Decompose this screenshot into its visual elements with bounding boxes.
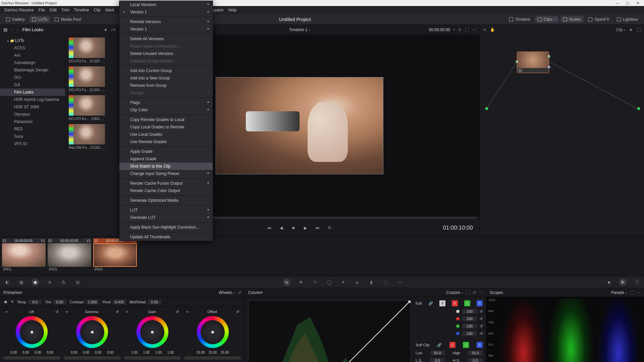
context-menu-item[interactable]: Version 1 bbox=[119, 8, 213, 16]
color-wheel[interactable] bbox=[137, 316, 168, 348]
wheel-value[interactable]: 0.00 bbox=[8, 351, 19, 354]
key-icon[interactable]: ⬚ bbox=[382, 279, 389, 286]
wheel-reset-icon[interactable]: ↺ bbox=[236, 310, 239, 314]
context-menu-item[interactable]: Delete All Versions bbox=[119, 35, 213, 43]
color-warper-icon[interactable]: ❋ bbox=[297, 279, 305, 286]
clip-thumbnail[interactable]: 0100:00:00:00V1JPEG bbox=[2, 238, 46, 272]
reset-b-icon[interactable]: ↺ bbox=[480, 331, 483, 336]
timeline-button[interactable]: Timeline bbox=[506, 16, 533, 23]
qualifier-icon[interactable]: ✎ bbox=[311, 279, 319, 286]
menu-timeline[interactable]: Timeline bbox=[71, 8, 91, 12]
context-menu-item[interactable]: Generate LUT bbox=[119, 214, 213, 221]
back-icon[interactable]: ‹ bbox=[11, 27, 13, 32]
lut-tree-item[interactable]: Olympus bbox=[0, 111, 65, 118]
wheel-picker-icon[interactable]: + bbox=[126, 310, 128, 314]
context-menu-item[interactable]: Render Cache Color Output bbox=[119, 187, 213, 194]
lut-tree-item[interactable]: Arri bbox=[0, 52, 65, 59]
context-menu-item[interactable]: Update All Thumbnails bbox=[119, 233, 213, 241]
intensity-b[interactable]: 100 bbox=[462, 331, 477, 336]
context-menu-item[interactable]: Clip Color bbox=[119, 106, 213, 114]
context-menu-item[interactable]: Delete Unused Versions bbox=[119, 50, 213, 57]
softclip-r[interactable]: R bbox=[449, 342, 455, 348]
wheel-value[interactable]: 0.00 bbox=[45, 351, 55, 354]
wheel-reset-icon[interactable]: ↺ bbox=[55, 310, 58, 314]
awb-icon[interactable]: ✎ bbox=[11, 300, 14, 304]
context-menu-item[interactable]: Generate Optimized Media bbox=[119, 197, 213, 204]
pivot-value[interactable]: 0.435 bbox=[113, 300, 126, 304]
sidebar-toggle-icon[interactable]: ▤ bbox=[3, 27, 7, 32]
lut-tree-item[interactable]: HDR Hybrid Log-Gamma bbox=[0, 96, 65, 103]
edit-channel-y[interactable]: Y bbox=[439, 300, 445, 306]
intensity-y[interactable]: 100 bbox=[462, 309, 477, 314]
lut-tree-root[interactable]: LUTs bbox=[0, 37, 65, 44]
lut-tree-item[interactable]: DJI bbox=[0, 81, 65, 88]
menu-help[interactable]: Help bbox=[226, 8, 239, 12]
menu-edit[interactable]: Edit bbox=[47, 8, 59, 12]
viewer-timecode-head[interactable]: 00:00:00:00 bbox=[429, 27, 450, 32]
intensity-r[interactable]: 100 bbox=[462, 316, 477, 321]
context-menu-item[interactable]: Copy Remote Grades to Local bbox=[119, 116, 213, 123]
sort-icon[interactable]: ↕≡ bbox=[111, 27, 115, 32]
play-button[interactable]: ▶ bbox=[303, 225, 309, 231]
options-icon[interactable]: ⋯ bbox=[472, 27, 476, 32]
curves-options-icon[interactable]: ⋯ bbox=[479, 290, 483, 295]
contrast-value[interactable]: 1.000 bbox=[86, 300, 99, 304]
hdr-icon[interactable]: ◔ bbox=[46, 279, 53, 286]
clip-thumbnail[interactable]: 0300:00:00:00V1JPEG bbox=[93, 238, 137, 272]
lut-thumbnail[interactable]: Rec709 Fu…513DI D55 bbox=[69, 124, 115, 149]
node-01[interactable]: 01 bbox=[517, 52, 549, 73]
menu-file[interactable]: File bbox=[36, 8, 47, 12]
camera-raw-icon[interactable]: ◧ bbox=[3, 279, 11, 286]
wheel-value[interactable]: 0.00 bbox=[93, 351, 104, 354]
hs-value[interactable]: 0.0 bbox=[468, 358, 483, 362]
forward-icon[interactable]: › bbox=[17, 27, 18, 32]
clip-thumbnail[interactable]: 0200:00:00:00V1JPEG bbox=[48, 238, 91, 272]
primaries-reset-icon[interactable]: ↺ bbox=[238, 290, 241, 295]
lut-tree-item[interactable]: Blackmagic Design bbox=[0, 66, 65, 74]
wheel-value[interactable]: 25.00 bbox=[195, 351, 206, 354]
color-wheels-icon[interactable]: ◉ bbox=[32, 279, 39, 286]
scopes-expand-icon[interactable]: ⛶ bbox=[630, 290, 634, 295]
context-menu-item[interactable]: Use Remote Grades bbox=[119, 138, 213, 145]
stop-button[interactable]: ■ bbox=[290, 225, 297, 231]
context-menu-item[interactable]: Change Input Sizing Preset bbox=[119, 170, 213, 177]
temp-value[interactable]: 0.0 bbox=[28, 300, 42, 304]
context-menu-item[interactable]: Remove from Group bbox=[119, 82, 213, 89]
gallery-button[interactable]: Gallery bbox=[3, 16, 28, 23]
context-menu-item[interactable]: Apply Grade bbox=[119, 148, 213, 155]
context-menu-item[interactable]: Copy Local Grades to Remote bbox=[119, 123, 213, 131]
reset-g-icon[interactable]: ↺ bbox=[480, 324, 483, 328]
color-wheel[interactable] bbox=[16, 316, 48, 348]
context-menu-item[interactable]: Version 1 bbox=[119, 25, 213, 33]
keyframes-icon[interactable]: ◆ bbox=[605, 279, 612, 286]
scopes-options-icon[interactable]: ⋯ bbox=[637, 290, 641, 295]
lut-thumbnail[interactable]: DCI-P3 Fu…513DI D55 bbox=[69, 38, 115, 63]
edit-channel-r[interactable]: R bbox=[452, 300, 458, 306]
context-menu-item[interactable]: Add into a New Group bbox=[119, 74, 213, 82]
curves-icon[interactable]: ∿ bbox=[283, 279, 290, 286]
lut-tree-item[interactable]: HDR ST 2084 bbox=[0, 103, 65, 111]
color-match-icon[interactable]: ▦ bbox=[17, 279, 25, 286]
lut-thumbnail[interactable]: DCI-P3 Ko… 2383 D60 bbox=[69, 95, 115, 121]
color-wheel[interactable] bbox=[76, 316, 108, 348]
wheel-picker-icon[interactable]: + bbox=[186, 310, 188, 314]
graph-input-node[interactable] bbox=[485, 107, 488, 110]
luts-button[interactable]: LUTs bbox=[30, 16, 50, 23]
sizing-icon[interactable]: ▭ bbox=[396, 279, 403, 286]
loop-icon[interactable]: ↻ bbox=[458, 27, 462, 32]
curves-mode[interactable]: Custom ▾ bbox=[446, 290, 463, 295]
node-mode[interactable]: Clip ▾ bbox=[616, 27, 625, 32]
master-jog[interactable] bbox=[184, 356, 241, 360]
menu-clip[interactable]: Clip bbox=[91, 8, 103, 12]
window-icon[interactable]: ◯ bbox=[325, 279, 333, 286]
lut-tree-item[interactable]: Film Looks bbox=[0, 88, 65, 96]
intensity-g[interactable]: 100 bbox=[462, 324, 477, 328]
expand-icon[interactable]: ⛶ bbox=[465, 27, 469, 32]
nodes-expand-icon[interactable]: ⛶ bbox=[637, 27, 641, 32]
openfx-button[interactable]: OpenFX bbox=[586, 16, 612, 23]
edit-channel-g[interactable]: G bbox=[464, 300, 470, 306]
context-menu-item[interactable]: Append Grade bbox=[119, 155, 213, 163]
node-graph[interactable]: 01 bbox=[480, 35, 644, 236]
first-frame-button[interactable]: ⏮ bbox=[266, 225, 272, 231]
scopes-mode[interactable]: Parade ▾ bbox=[611, 290, 627, 295]
